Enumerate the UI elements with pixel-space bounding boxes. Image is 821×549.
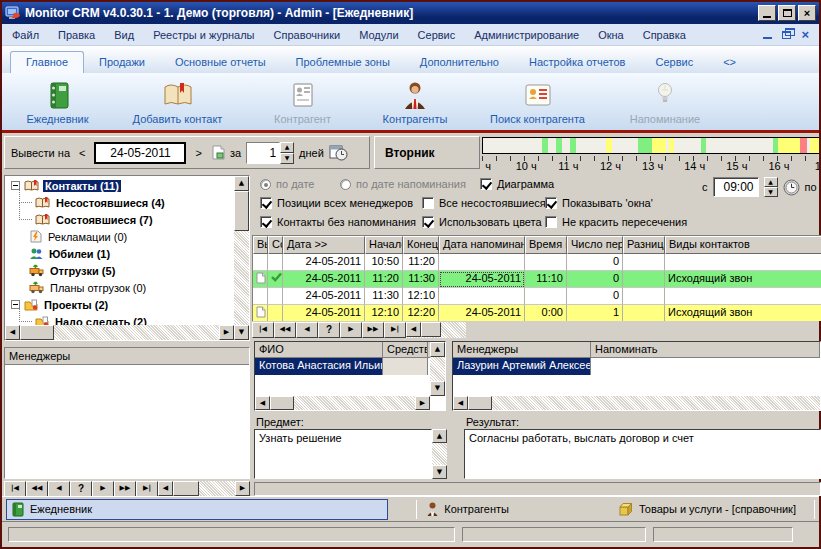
scrollbar-thumb[interactable]: [173, 481, 199, 496]
manager-selected-row[interactable]: Лазурин Артемий Алексееви: [453, 358, 820, 375]
col-date[interactable]: Дата >>: [283, 236, 365, 254]
checkbox-icon[interactable]: [422, 197, 434, 209]
tree-horizontal-scrollbar[interactable]: ◀ ▶: [5, 325, 234, 340]
tree-item-shipment-plans[interactable]: Планы отгрузок (0): [5, 279, 234, 296]
subject-field[interactable]: Узнать решение: [254, 429, 432, 479]
checkbox-icon[interactable]: [260, 216, 272, 228]
tab-report-settings[interactable]: Настройка отчетов: [514, 52, 640, 73]
menu-service[interactable]: Сервис: [418, 29, 456, 41]
scroll-down-icon[interactable]: ▼: [234, 325, 249, 340]
menu-windows[interactable]: Окна: [598, 29, 624, 41]
checkbox-icon[interactable]: [545, 216, 557, 228]
next-day-button[interactable]: >: [191, 147, 205, 159]
tree-item-todo[interactable]: Надо сделать (2): [5, 313, 234, 325]
scroll-left-icon[interactable]: ◀: [158, 481, 173, 496]
checkbox-all-missed[interactable]: Все несостоявшиеся: [422, 197, 546, 209]
tree-item-complaints[interactable]: Рекламации (0): [5, 228, 234, 245]
fio-vertical-scrollbar[interactable]: ▲ ▼: [430, 342, 445, 396]
scroll-up-icon[interactable]: ▲: [432, 429, 447, 443]
tab-additional[interactable]: Дополнительно: [405, 52, 514, 73]
time-spin-down-icon[interactable]: ▼: [764, 187, 778, 197]
tree-item-contacts[interactable]: Контакты (11): [5, 177, 234, 194]
col-held[interactable]: Со: [268, 236, 283, 254]
checkbox-icon[interactable]: [260, 197, 272, 209]
col-contact-kinds[interactable]: Виды контактов: [665, 236, 821, 254]
managers-column-header[interactable]: Менеджеры: [453, 342, 591, 357]
nav-help-button[interactable]: ?: [70, 481, 92, 497]
nav-prev-button[interactable]: ◀: [296, 322, 318, 338]
scrollbar-thumb[interactable]: [20, 325, 54, 340]
days-input[interactable]: [246, 142, 280, 164]
scroll-down-icon[interactable]: ▼: [432, 465, 447, 479]
menu-view[interactable]: Вид: [114, 29, 134, 41]
table-row[interactable]: 24-05-2011 10:50 11:20 0: [253, 254, 821, 271]
timeline-strip[interactable]: [482, 137, 819, 154]
nav-first-button[interactable]: |◀: [252, 322, 274, 338]
col-remind-time[interactable]: Время н: [525, 236, 567, 254]
nav-last-button[interactable]: ▶|: [136, 481, 158, 497]
scroll-down-icon[interactable]: ▼: [430, 381, 445, 396]
table-row[interactable]: 24-05-2011 11:20 11:30 24-05-2011 11:10 …: [253, 271, 821, 288]
tree-vertical-scrollbar[interactable]: ▲: [234, 176, 249, 325]
mdi-close-icon[interactable]: ×: [801, 29, 809, 41]
maximize-button[interactable]: [778, 5, 796, 21]
contractors-button[interactable]: Контрагенты: [365, 75, 465, 128]
taskbar-item-goods[interactable]: Товары и услуги - [справочник]: [609, 499, 806, 520]
menu-edit[interactable]: Правка: [58, 29, 95, 41]
scroll-up-icon[interactable]: ▲: [430, 342, 445, 357]
scroll-right-icon[interactable]: ▶: [415, 396, 430, 410]
days-spin-down-icon[interactable]: ▼: [280, 153, 294, 164]
tab-sales[interactable]: Продажи: [84, 52, 160, 73]
mdi-minimize-icon[interactable]: [763, 36, 772, 39]
tab-main-reports[interactable]: Основные отчеты: [160, 52, 281, 73]
add-contact-button[interactable]: Добавить контакт: [115, 75, 240, 128]
col-start[interactable]: Начало: [365, 236, 403, 254]
managers-horizontal-scrollbar[interactable]: ◀: [453, 396, 820, 410]
col-diff[interactable]: Разница: [623, 236, 665, 254]
taskbar-item-contractors[interactable]: Контрагенты: [417, 499, 519, 520]
means-column-header[interactable]: Средства: [383, 342, 428, 357]
col-done[interactable]: Вы: [253, 236, 268, 254]
menu-modules[interactable]: Модули: [359, 29, 398, 41]
checkbox-icon[interactable]: [545, 197, 557, 209]
nav-fast-prev-button[interactable]: ◀◀: [274, 322, 296, 338]
scrollbar-thumb[interactable]: [421, 322, 441, 337]
taskbar-item-diary[interactable]: Ежедневник: [6, 499, 388, 520]
scroll-left-icon[interactable]: ◀: [255, 396, 270, 410]
col-end[interactable]: Конец: [403, 236, 439, 254]
scroll-right-icon[interactable]: ▶: [219, 325, 234, 340]
tree-item-shipments[interactable]: Отгрузки (5): [5, 262, 234, 279]
edit-strip[interactable]: [254, 482, 821, 496]
nav-fast-prev-button[interactable]: ◀◀: [26, 481, 48, 497]
checkbox-use-colors[interactable]: Использовать цвета: [422, 216, 542, 228]
table-horizontal-scrollbar[interactable]: ◀: [406, 322, 466, 338]
tab-more[interactable]: <>: [708, 52, 751, 73]
tab-main[interactable]: Главное: [10, 51, 84, 73]
checkbox-icon[interactable]: [480, 178, 492, 190]
tab-problem-zones[interactable]: Проблемные зоны: [281, 52, 405, 73]
nav-fast-next-button[interactable]: ▶▶: [362, 322, 384, 338]
days-spin-up-icon[interactable]: ▲: [280, 142, 294, 153]
menu-help[interactable]: Справка: [643, 29, 686, 41]
nav-next-button[interactable]: ▶: [340, 322, 362, 338]
checkbox-no-reminder[interactable]: Контакты без напоминания: [260, 216, 416, 228]
checkbox-no-paint[interactable]: Не красить пересечения: [545, 216, 687, 228]
fio-selected-row[interactable]: Котова Анастасия Ильин: [255, 358, 445, 375]
tree-item-anniversaries[interactable]: Юбилеи (1): [5, 245, 234, 262]
fio-column-header[interactable]: ФИО: [255, 342, 383, 357]
minimize-button[interactable]: [758, 5, 776, 21]
tab-service[interactable]: Сервис: [640, 52, 708, 73]
scroll-right-icon[interactable]: ▶: [235, 481, 250, 496]
nav-last-button[interactable]: ▶|: [384, 322, 406, 338]
nav-fast-next-button[interactable]: ▶▶: [114, 481, 136, 497]
scroll-left-icon[interactable]: ◀: [406, 322, 421, 337]
focused-cell[interactable]: 24-05-2011: [439, 271, 525, 288]
nav-next-button[interactable]: ▶: [92, 481, 114, 497]
scrollbar-thumb[interactable]: [234, 191, 249, 231]
menu-registers[interactable]: Реестры и журналы: [153, 29, 254, 41]
result-field[interactable]: Согласны работать, выслать договор и сче…: [464, 429, 821, 479]
time-spin-up-icon[interactable]: ▲: [764, 177, 778, 187]
checkbox-icon[interactable]: [422, 216, 434, 228]
col-transfers[interactable]: Число пере: [567, 236, 623, 254]
close-button[interactable]: ×: [798, 5, 816, 21]
